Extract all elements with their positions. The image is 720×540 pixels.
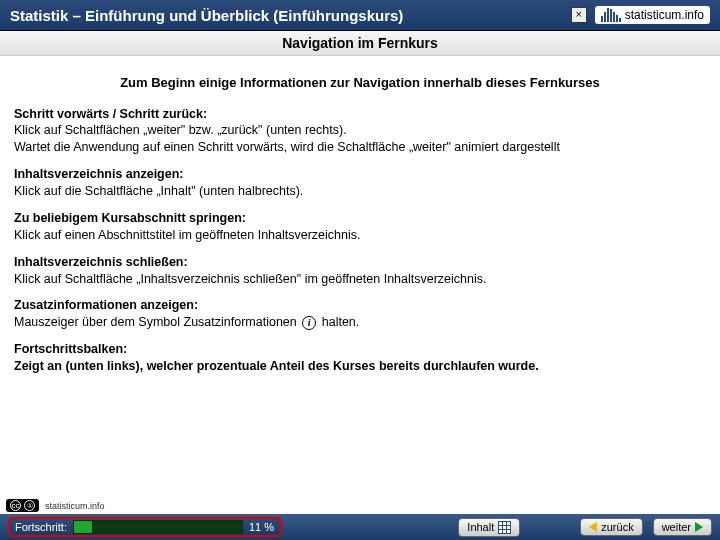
progress-highlight: Fortschritt: 11 % — [8, 517, 282, 537]
body-post: halten. — [322, 315, 360, 329]
progress-label: Fortschritt: — [11, 521, 67, 533]
next-button[interactable]: weiter — [653, 518, 712, 536]
brand-text: statisticum.info — [625, 8, 704, 22]
section-body: Mauszeiger über dem Symbol Zusatzinforma… — [14, 314, 706, 331]
section-title: Schritt vorwärts / Schritt zurück: — [14, 106, 706, 123]
next-button-label: weiter — [662, 521, 691, 533]
footer-bar: Fortschritt: 11 % Inhalt zurück weiter — [0, 514, 720, 540]
section-title: Inhaltsverzeichnis anzeigen: — [14, 166, 706, 183]
license-area: cc① statisticum.info — [6, 499, 105, 512]
toc-button-label: Inhalt — [467, 521, 494, 533]
section-toc-show: Inhaltsverzeichnis anzeigen: Klick auf d… — [14, 166, 706, 200]
section-title: Inhaltsverzeichnis schließen: — [14, 254, 706, 271]
section-body: Zeigt an (unten links), welcher prozentu… — [14, 358, 706, 375]
section-extra-info: Zusatzinformationen anzeigen: Mauszeiger… — [14, 297, 706, 331]
arrow-left-icon — [589, 522, 597, 532]
section-body: Klick auf die Schaltfläche „Inhalt" (unt… — [14, 183, 706, 200]
section-step: Schritt vorwärts / Schritt zurück: Klick… — [14, 106, 706, 157]
section-title: Fortschrittsbalken: — [14, 341, 706, 358]
cc-badge-icon: cc① — [6, 499, 39, 512]
section-jump: Zu beliebigem Kursabschnitt springen: Kl… — [14, 210, 706, 244]
logo-bars-icon — [601, 8, 621, 22]
section-title: Zu beliebigem Kursabschnitt springen: — [14, 210, 706, 227]
arrow-right-icon — [695, 522, 703, 532]
license-text: statisticum.info — [45, 501, 105, 511]
brand-logo[interactable]: statisticum.info — [595, 6, 710, 24]
header-bar: Statistik – Einführung und Überblick (Ei… — [0, 0, 720, 31]
intro-text: Zum Beginn einige Informationen zur Navi… — [14, 74, 706, 92]
section-toc-close: Inhaltsverzeichnis schließen: Klick auf … — [14, 254, 706, 288]
page-subtitle: Navigation im Fernkurs — [0, 31, 720, 56]
progress-bar — [73, 520, 243, 534]
progress-fill — [74, 521, 92, 533]
section-progress: Fortschrittsbalken: Zeigt an (unten link… — [14, 341, 706, 375]
info-icon: i — [302, 316, 316, 330]
section-body: Klick auf Schaltflächen „weiter" bzw. „z… — [14, 122, 706, 156]
back-button-label: zurück — [601, 521, 633, 533]
body-pre: Mauszeiger über dem Symbol Zusatzinforma… — [14, 315, 300, 329]
toc-button[interactable]: Inhalt — [458, 518, 520, 537]
close-button[interactable]: × — [571, 7, 587, 23]
grid-icon — [498, 521, 511, 534]
course-title: Statistik – Einführung und Überblick (Ei… — [10, 7, 403, 24]
section-body: Klick auf einen Abschnittstitel im geöff… — [14, 227, 706, 244]
section-title: Zusatzinformationen anzeigen: — [14, 297, 706, 314]
progress-percent: 11 % — [249, 521, 274, 533]
back-button[interactable]: zurück — [580, 518, 642, 536]
content-area: Zum Beginn einige Informationen zur Navi… — [0, 56, 720, 397]
header-right: × statisticum.info — [571, 6, 710, 24]
section-body: Klick auf Schaltfläche „Inhaltsverzeichn… — [14, 271, 706, 288]
